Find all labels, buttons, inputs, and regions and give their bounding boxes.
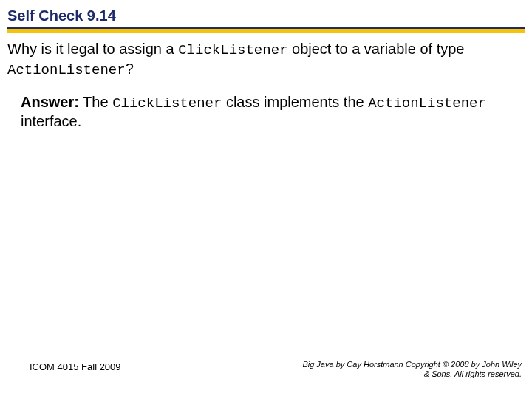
footer-right-line1: Big Java by Cay Horstmann Copyright © 20… — [302, 360, 522, 369]
slide-title: Self Check 9.14 — [7, 7, 525, 24]
answer-mid: class implements the — [222, 94, 368, 110]
question-mid: object to a variable of type — [287, 41, 464, 57]
question-pre: Why is it legal to assign a — [7, 41, 178, 57]
footer-right-line2: & Sons. All rights reserved. — [424, 369, 522, 378]
slide-body: Why is it legal to assign a ClickListene… — [0, 33, 532, 131]
question-code1: ClickListener — [178, 42, 287, 58]
answer-text: Answer: The ClickListener class implemen… — [7, 93, 522, 132]
question-post: ? — [126, 61, 134, 77]
answer-pre: The — [79, 94, 112, 110]
footer-left: ICOM 4015 Fall 2009 — [30, 361, 121, 372]
answer-post: interface. — [21, 113, 81, 129]
question-code2: ActionListener — [7, 62, 126, 78]
answer-code1: ClickListener — [112, 95, 222, 112]
title-block: Self Check 9.14 — [0, 0, 532, 33]
question-text: Why is it legal to assign a ClickListene… — [7, 40, 522, 80]
answer-code2: ActionListener — [368, 95, 486, 112]
footer-right: Big Java by Cay Horstmann Copyright © 20… — [302, 360, 522, 381]
slide: Self Check 9.14 Why is it legal to assig… — [0, 0, 532, 399]
answer-label: Answer: — [21, 94, 79, 110]
